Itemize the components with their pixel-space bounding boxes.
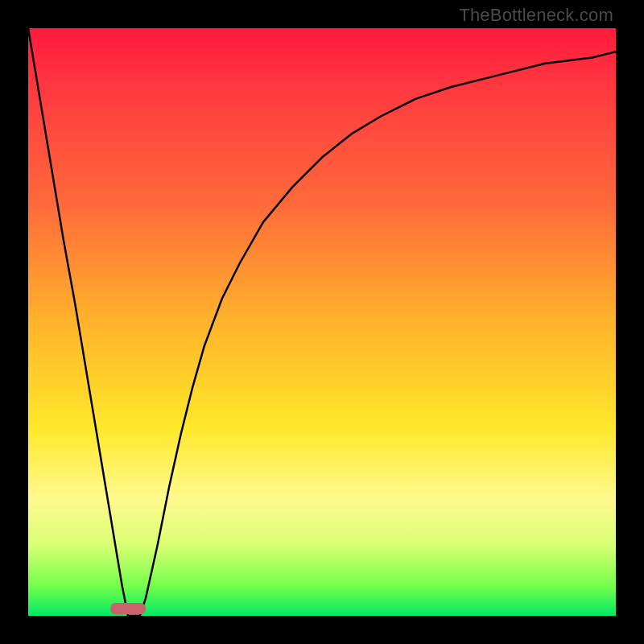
plot-area xyxy=(28,28,616,616)
chart-svg xyxy=(28,28,616,616)
chart-frame: TheBottleneck.com xyxy=(0,0,644,644)
optimal-marker xyxy=(110,603,146,614)
watermark-text: TheBottleneck.com xyxy=(459,5,613,26)
bottleneck-curve xyxy=(28,28,616,616)
